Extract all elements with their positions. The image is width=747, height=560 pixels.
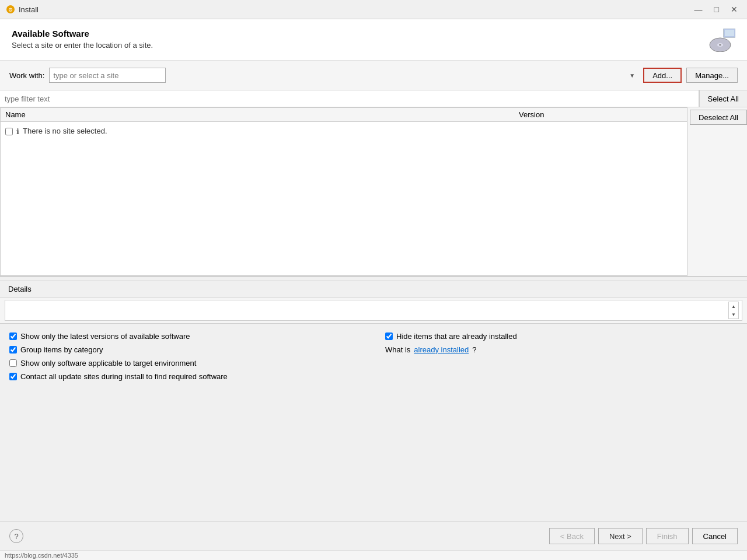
option-checkbox-3[interactable]	[9, 346, 17, 354]
side-buttons: Deselect All	[687, 107, 747, 276]
option-item-5: Show only software applicable to target …	[9, 359, 362, 368]
option-item-1: Show only the latest versions of availab…	[9, 332, 362, 341]
svg-point-6	[719, 44, 721, 46]
header-subtitle: Select a site or enter the location of a…	[12, 41, 153, 50]
option-checkbox-2[interactable]	[385, 332, 393, 340]
header-text: Available Software Select a site or ente…	[12, 29, 153, 50]
package-area: Name Version ℹ There is no site selected…	[0, 107, 747, 276]
no-site-checkbox[interactable]	[5, 128, 13, 135]
help-button[interactable]: ?	[9, 529, 23, 543]
spinner-down-button[interactable]: ▼	[729, 310, 738, 318]
info-icon: ℹ	[16, 127, 19, 136]
no-site-message: There is no site selected.	[23, 127, 107, 135]
option-checkbox-5[interactable]	[9, 359, 17, 367]
bottom-left: ?	[9, 529, 23, 543]
details-header: Details	[0, 281, 747, 298]
app-icon: ⚙	[6, 5, 15, 14]
option-item-3: Group items by category	[9, 345, 362, 354]
bottom-bar: ? < Back Next > Finish Cancel	[0, 522, 747, 550]
option-item-4: What is already installed?	[385, 345, 738, 354]
url-text: https://blog.csdn.net/4335	[5, 552, 78, 559]
option-label-6[interactable]: Contact all update sites during install …	[20, 372, 228, 381]
title-bar: ⚙ Install — □ ✕	[0, 0, 747, 19]
package-list: Name Version ℹ There is no site selected…	[0, 107, 687, 276]
minimize-button[interactable]: —	[691, 4, 706, 15]
column-name: Name	[5, 110, 519, 119]
finish-button[interactable]: Finish	[646, 528, 689, 544]
options-right-col: Hide items that are already installed Wh…	[385, 332, 738, 381]
option-checkbox-6[interactable]	[9, 373, 17, 380]
install-icon	[707, 29, 735, 52]
already-installed-prefix: What is	[385, 345, 410, 354]
filter-row: Select All	[0, 90, 747, 107]
spinner-up-button[interactable]: ▲	[729, 302, 738, 310]
option-label-2[interactable]: Hide items that are already installed	[396, 332, 517, 341]
close-button[interactable]: ✕	[727, 4, 741, 15]
title-bar-left: ⚙ Install	[6, 5, 39, 14]
already-installed-link[interactable]: already installed	[414, 345, 469, 354]
next-button[interactable]: Next >	[598, 528, 643, 544]
filter-input[interactable]	[0, 90, 699, 107]
package-list-body: ℹ There is no site selected.	[1, 122, 687, 141]
bottom-right: < Back Next > Finish Cancel	[549, 528, 738, 544]
svg-rect-3	[725, 30, 734, 36]
title-bar-controls: — □ ✕	[691, 4, 741, 15]
column-version: Version	[519, 110, 682, 119]
manage-button[interactable]: Manage...	[686, 68, 738, 83]
work-with-label: Work with:	[9, 71, 44, 80]
options-left-col: Show only the latest versions of availab…	[9, 332, 362, 381]
already-installed-suffix: ?	[472, 345, 476, 354]
separator	[0, 276, 747, 281]
options-grid: Show only the latest versions of availab…	[9, 332, 738, 381]
details-section: Details ▲ ▼	[0, 281, 747, 324]
url-bar: https://blog.csdn.net/4335	[0, 550, 747, 560]
details-spinner: ▲ ▼	[728, 302, 739, 319]
back-button[interactable]: < Back	[549, 528, 595, 544]
dropdown-arrow-icon: ▼	[629, 72, 635, 79]
select-all-button[interactable]: Select All	[699, 90, 747, 107]
work-with-row: Work with: ▼ Add... Manage...	[0, 61, 747, 90]
add-button[interactable]: Add...	[643, 68, 682, 83]
option-item-6: Contact all update sites during install …	[9, 372, 362, 381]
option-label-5[interactable]: Show only software applicable to target …	[20, 359, 196, 368]
options-section: Show only the latest versions of availab…	[0, 324, 747, 522]
deselect-all-button[interactable]: Deselect All	[690, 110, 747, 125]
dialog-header: Available Software Select a site or ente…	[0, 19, 747, 61]
svg-text:⚙: ⚙	[8, 7, 13, 13]
header-title: Available Software	[12, 29, 153, 38]
package-list-header: Name Version	[1, 108, 687, 122]
site-input[interactable]	[49, 68, 166, 83]
details-textarea[interactable]	[5, 300, 742, 321]
dialog-title: Install	[19, 5, 39, 14]
option-checkbox-1[interactable]	[9, 332, 17, 340]
option-label-1[interactable]: Show only the latest versions of availab…	[20, 332, 190, 341]
option-item-2: Hide items that are already installed	[385, 332, 738, 341]
details-content: ▲ ▼	[0, 298, 747, 323]
cancel-button[interactable]: Cancel	[692, 528, 738, 544]
site-select-wrapper: ▼	[49, 68, 638, 83]
option-label-3[interactable]: Group items by category	[20, 345, 103, 354]
maximize-button[interactable]: □	[711, 4, 722, 15]
